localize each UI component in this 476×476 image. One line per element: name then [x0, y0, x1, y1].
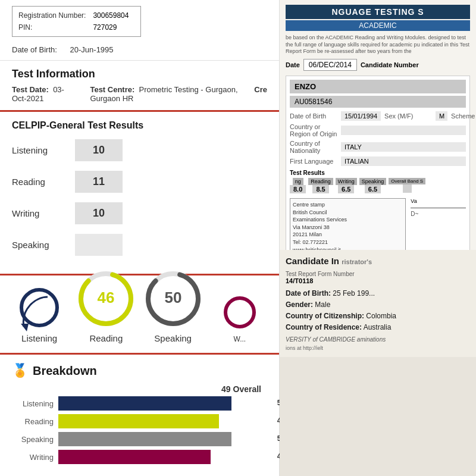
stamp-name: British CouncilExaminations ServicesVia …	[293, 209, 403, 254]
ielts-id-box: AU0581546	[290, 96, 466, 108]
svg-marker-0	[21, 324, 29, 331]
listening-row: Listening 10	[12, 139, 267, 161]
cambridge-university: VERSITY of CAMBRIDGE aminations	[286, 336, 470, 343]
stamp-box: Centre stamp British CouncilExaminations…	[290, 198, 406, 256]
ielts-language-row: First Language ITALIAN	[290, 156, 466, 166]
ielts-scores-row: ng 8.0 Reading 8.5 Writing 6.5 Speaking …	[290, 178, 466, 193]
bar-fill-listening	[58, 396, 231, 411]
ielts-sex-value: M	[436, 111, 447, 121]
cambridge-footer: ions at http://ielt	[286, 345, 470, 351]
bar-row-writing: Writing 44	[12, 450, 267, 464]
ielts-score-speaking-val: 6.5	[365, 185, 381, 193]
validity-box: Va D~	[411, 198, 466, 256]
cre-label: Cre	[254, 85, 267, 94]
stamp-signature-area: Centre stamp British CouncilExaminations…	[290, 198, 466, 256]
ielts-score-ng: ng 8.0	[290, 178, 306, 193]
top-section: Registration Number: 300659804 PIN: 7270…	[0, 0, 279, 61]
ielts-name-box: ENZO	[290, 80, 466, 93]
reading-circle-item: 46 Reading	[73, 269, 139, 343]
bar-container-writing: 44	[58, 450, 267, 464]
reading-label: Reading	[12, 177, 65, 187]
cambridge-citizenship-label: Country of Citizenship:	[286, 312, 364, 320]
cambridge-form-value: 14/T0118	[286, 277, 355, 284]
reading-circle-svg: 46	[76, 269, 136, 328]
ielts-language-label: First Language	[290, 158, 337, 165]
registration-table: Registration Number: 300659804 PIN: 7270…	[12, 6, 141, 37]
writing-circle-svg	[222, 295, 258, 330]
ielts-score-writing-val: 6.5	[338, 185, 354, 193]
ielts-form-section: ENZO AU0581546 Date of Birth 15/01/1994 …	[286, 76, 470, 261]
ielts-header-text: NGUAGE TESTING S	[331, 7, 424, 17]
dob-row: Date of Birth: 20-Jun-1995	[12, 45, 267, 54]
cambridge-title-text: Candidate In	[286, 256, 339, 266]
listening-label: Listening	[12, 145, 65, 155]
cambridge-form-number-area: Test Report Form Number 14/T0118	[286, 271, 355, 284]
ielts-dob-row: Date of Birth 15/01/1994 Sex (M/F) M Sch…	[290, 111, 466, 121]
ielts-cand-label: Candidate Number	[361, 61, 419, 68]
writing-label: Writing	[12, 208, 65, 218]
ielts-score-speaking-label: Speaking	[359, 178, 387, 185]
test-date-label: Test Date:	[12, 85, 49, 94]
speaking-circle-item: 50 Speaking	[140, 269, 206, 343]
test-info-title: Test Information	[12, 68, 267, 80]
reg-label: Registration Number:	[18, 10, 92, 21]
bar-label-listening: Listening	[12, 399, 54, 408]
ielts-header: NGUAGE TESTING S	[286, 5, 470, 19]
dob-value: 20-Jun-1995	[70, 45, 114, 54]
bar-label-speaking: Speaking	[12, 435, 54, 444]
ielts-score-speaking: Speaking 6.5	[359, 178, 387, 193]
bar-fill-writing	[58, 450, 211, 464]
cambridge-dob-value: 25 Feb 199...	[333, 289, 375, 298]
circles-section: Listening 46 Reading 50 Speaking	[0, 275, 279, 353]
speaking-label: Speaking	[12, 240, 65, 250]
speaking-circle-svg: 50	[143, 269, 203, 328]
cambridge-residence-label: Country of Residence:	[286, 323, 362, 331]
speaking-row: Speaking	[12, 234, 267, 256]
cambridge-title: Candidate In ristrator's	[286, 256, 470, 266]
bar-row-speaking: Speaking 50	[12, 432, 267, 446]
reading-score: 11	[75, 171, 123, 193]
test-results-section: CELPIP-General Test Results Listening 10…	[0, 112, 279, 275]
listening-score: 10	[75, 139, 123, 161]
cambridge-dob: Date of Birth: 25 Feb 199...	[286, 289, 470, 298]
ielts-date-label: Date	[286, 61, 300, 68]
cambridge-residence-value: Australia	[364, 323, 392, 331]
cambridge-gender: Gender: Male	[286, 300, 470, 309]
cambridge-document: Candidate In ristrator's Test Report For…	[280, 250, 476, 357]
svg-point-8	[226, 298, 254, 327]
pin-value: 727029	[93, 22, 134, 33]
cambridge-dob-label: Date of Birth:	[286, 289, 331, 298]
ielts-scores-label: Test Results	[290, 170, 466, 176]
breakdown-section: 🏅 Breakdown 49 Overall Listening 50 Read…	[0, 353, 279, 474]
cambridge-form-label: Test Report Form Number	[286, 271, 355, 277]
ielts-subheader: ACADEMIC	[286, 20, 470, 31]
ielts-dob-value: 15/01/1994	[341, 111, 381, 121]
ielts-score-reading-val: 8.5	[312, 185, 328, 193]
test-results-title: CELPIP-General Test Results	[12, 120, 267, 131]
cambridge-residence: Country of Residence: Australia	[286, 323, 470, 331]
ielts-score-reading-label: Reading	[308, 178, 333, 185]
ielts-nationality-value: ITALY	[341, 142, 466, 152]
ielts-score-writing: Writing 6.5	[336, 178, 357, 193]
listening-arrow-area	[18, 291, 54, 335]
ielts-score-writing-label: Writing	[336, 178, 357, 185]
right-panel: NGUAGE TESTING S ACADEMIC be based on th…	[280, 0, 476, 476]
left-panel: Registration Number: 300659804 PIN: 7270…	[0, 0, 280, 476]
ielts-scheme-label: Scheme Code	[451, 112, 476, 120]
ielts-date-box: 06/DEC/2014	[303, 59, 357, 71]
overall-label: 49 Overall	[12, 384, 267, 394]
writing-row: Writing 10	[12, 202, 267, 224]
cambridge-citizenship-value: Colombia	[366, 312, 396, 320]
ielts-score-overall-val	[403, 184, 412, 193]
ielts-country-origin-label: Country or Region of Origin	[290, 123, 337, 137]
writing-score: 10	[75, 202, 123, 224]
ielts-document: NGUAGE TESTING S ACADEMIC be based on th…	[280, 0, 476, 269]
stamp-title: Centre stamp	[293, 201, 403, 209]
reading-row: Reading 11	[12, 171, 267, 193]
ielts-score-overall-label: Overall Band S	[389, 178, 425, 184]
ielts-nationality-label: Country of Nationality	[290, 140, 337, 154]
bar-label-writing: Writing	[12, 453, 54, 462]
cambridge-footer-text: ions at http://ielt	[286, 345, 323, 351]
writing-circle-label: W...	[234, 335, 246, 343]
reading-circle-label: Reading	[89, 333, 123, 343]
